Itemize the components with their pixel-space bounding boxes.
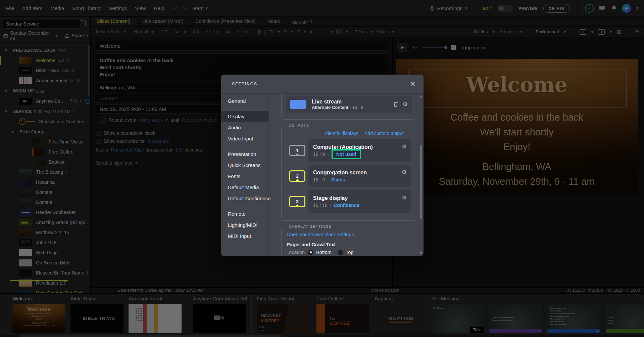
outputs-section: OUTPUTS Identify displays Add custom out… xyxy=(281,126,416,221)
overlay-settings-section: OVERLAY SETTINGS Open countdown clock se… xyxy=(281,227,416,256)
add-custom-output-link[interactable]: Add custom output xyxy=(364,131,404,136)
option-label: Bottom xyxy=(316,250,332,255)
modal-scrollbar[interactable] xyxy=(420,145,422,219)
pager-crawl-title: Pager and Crawl Text xyxy=(286,242,411,247)
output-number: 3 xyxy=(296,199,299,204)
separator-dot: · xyxy=(330,203,332,208)
monitor-icon: 1 xyxy=(289,145,305,156)
settings-display-pane: Live stream Alternate Content · 16 : 9 ⚙… xyxy=(269,93,424,256)
screens-card: Live stream Alternate Content · 16 : 9 ⚙ xyxy=(281,93,416,120)
settings-nav-video-input[interactable]: Video Input xyxy=(221,133,268,144)
live-stream-screen-row[interactable]: Live stream Alternate Content · 16 : 9 ⚙ xyxy=(286,96,412,113)
settings-title: SETTINGS xyxy=(232,82,257,86)
outputs-legend: OUTPUTS xyxy=(286,123,311,127)
output-name: Congregation screen xyxy=(313,169,367,176)
option-label: Top xyxy=(346,250,353,255)
settings-nav-audio[interactable]: Audio xyxy=(221,122,268,133)
location-label: Location xyxy=(286,250,305,255)
screen-color-swatch xyxy=(290,100,306,109)
output-row-2[interactable]: 2Congregation screen16 : 9·Slides⚙ xyxy=(286,165,411,187)
monitor-icon: 3 xyxy=(289,196,305,207)
screen-name: Live stream xyxy=(312,98,363,105)
scroll-down-icon[interactable]: ▼ xyxy=(420,252,422,255)
location-option-bottom[interactable]: Bottom xyxy=(308,250,338,255)
gear-icon[interactable]: ⚙ xyxy=(402,194,407,201)
monitor-icon: 2 xyxy=(289,170,305,182)
output-assignment-link[interactable]: Slides xyxy=(331,177,345,182)
output-icon-cell: 1 xyxy=(286,139,308,162)
output-number: 1 xyxy=(296,148,299,153)
output-name: Stage display xyxy=(313,195,359,202)
scroll-up-icon[interactable]: ▲ xyxy=(420,95,422,98)
gear-icon[interactable]: ⚙ xyxy=(403,101,408,108)
settings-nav-fonts[interactable]: Fonts xyxy=(221,171,268,182)
settings-nav-remote[interactable]: Remote xyxy=(221,208,268,219)
settings-nav-presentation[interactable]: Presentation xyxy=(221,149,268,160)
separator-dot: · xyxy=(327,152,329,157)
radio-icon xyxy=(338,250,343,255)
radio-icon xyxy=(308,250,313,255)
output-icon-cell: 2 xyxy=(286,165,308,187)
screen-desc: Alternate Content xyxy=(312,105,348,110)
output-row-3[interactable]: 3Stage display16 : 10·Confidence⚙ xyxy=(286,190,411,213)
gear-icon[interactable]: ⚙ xyxy=(402,169,407,175)
settings-nav-quick-screens[interactable]: Quick Screens xyxy=(221,160,268,171)
trash-icon[interactable] xyxy=(393,101,398,107)
output-ratio: 16 : 9 xyxy=(313,177,325,182)
settings-nav-default-confidence[interactable]: Default Confidence xyxy=(221,193,268,204)
settings-nav-default-media[interactable]: Default Media xyxy=(221,182,268,193)
separator-dot: · xyxy=(327,177,329,182)
output-number: 2 xyxy=(296,173,299,179)
close-icon[interactable]: ✕ xyxy=(410,80,415,88)
settings-nav-midi-input[interactable]: MIDI Input xyxy=(221,230,268,242)
identify-displays-link[interactable]: Identify displays xyxy=(325,131,359,136)
output-rows: 1Computer (Application)16 : 9·Not used⚙2… xyxy=(286,139,411,213)
output-row-1[interactable]: 1Computer (Application)16 : 9·Not used⚙ xyxy=(286,139,411,162)
location-option-top[interactable]: Top xyxy=(338,250,367,255)
output-assignment-link[interactable]: Confidence xyxy=(334,203,359,208)
output-ratio: 16 : 10 xyxy=(313,203,328,208)
settings-nav-general[interactable]: General xyxy=(221,95,268,107)
gear-icon[interactable]: ⚙ xyxy=(402,143,407,150)
overlay-settings-legend: OVERLAY SETTINGS xyxy=(286,224,334,228)
settings-dialog-header: SETTINGS ✕ xyxy=(221,75,424,94)
settings-nav-display[interactable]: Display xyxy=(221,111,268,122)
settings-nav-lighting-midi[interactable]: Lighting/MIDI xyxy=(221,219,268,230)
output-assignment-link[interactable]: Not used xyxy=(332,149,361,159)
settings-nav: GeneralDisplayAudioVideo InputPresentati… xyxy=(221,93,269,256)
countdown-clock-settings-link[interactable]: Open countdown clock settings xyxy=(286,232,411,237)
settings-dialog: SETTINGS ✕ GeneralDisplayAudioVideo Inpu… xyxy=(221,75,424,256)
output-ratio: 16 : 9 xyxy=(313,152,325,157)
output-icon-cell: 3 xyxy=(286,190,308,213)
